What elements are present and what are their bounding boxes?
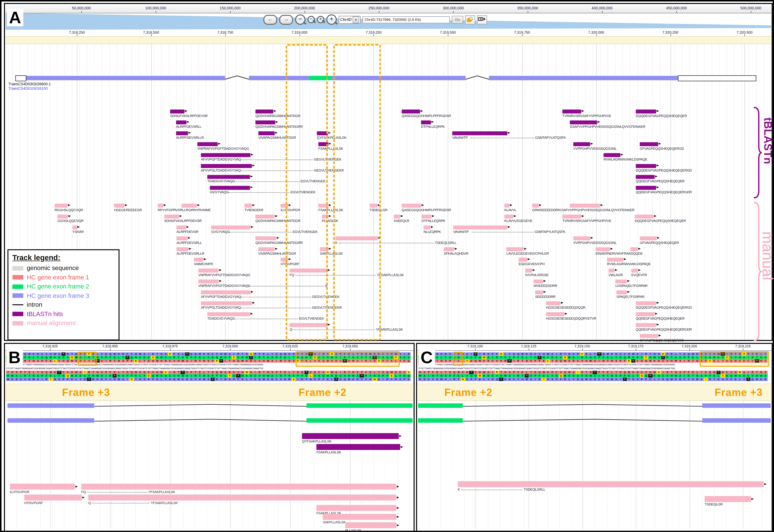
export-view-icon[interactable]	[477, 15, 487, 24]
tblastn-hit-bar[interactable]	[636, 164, 656, 168]
chevron-down-icon[interactable]: ▼	[353, 16, 359, 23]
gene-exon-green[interactable]	[418, 418, 463, 423]
tblastn-hit-bar[interactable]	[636, 186, 656, 190]
tblastn-hit-bar[interactable]	[636, 110, 656, 113]
manual-alignment-bar[interactable]	[705, 496, 751, 502]
manual-alignment-bar[interactable]	[323, 514, 396, 520]
gene-exon-green[interactable]	[306, 418, 412, 423]
manual-alignment-bar[interactable]	[504, 214, 513, 218]
manual-alignment-bar[interactable]	[519, 258, 527, 262]
tblastn-hit-bar[interactable]	[197, 142, 218, 146]
gene-utr-box[interactable]	[678, 75, 756, 81]
tblastn-hit-bar[interactable]	[201, 153, 251, 157]
gene-exon-blue[interactable]	[702, 418, 771, 423]
panel-a-ruler[interactable]: 7,318,2507,318,5007,318,7507,319,0007,31…	[5, 30, 771, 37]
manual-alignment-bar[interactable]	[596, 247, 610, 251]
zoom-in-small-icon[interactable]: +	[317, 16, 324, 23]
manual-alignment-bar[interactable]	[458, 481, 764, 487]
manual-alignment-bar[interactable]	[201, 301, 252, 305]
tblastn-hit-bar[interactable]	[636, 175, 655, 179]
manual-alignment-bar[interactable]	[181, 204, 197, 208]
go-button[interactable]: Go	[452, 16, 463, 24]
manual-alignment-bar[interactable]	[245, 204, 252, 208]
manual-alignment-bar[interactable]	[394, 214, 400, 218]
panel-ruler[interactable]: 7,318,9257,318,9507,318,9757,319,0007,31…	[5, 344, 414, 351]
tblastn-hit-bar[interactable]	[207, 175, 250, 179]
gene-exon-green[interactable]	[306, 403, 412, 408]
manual-alignment-bar[interactable]	[24, 494, 82, 500]
highlighter-icon[interactable]	[465, 15, 475, 24]
tblastn-hit-bar[interactable]	[452, 131, 507, 135]
manual-alignment-bar[interactable]	[573, 236, 590, 240]
tblastn-hit-bar[interactable]	[176, 120, 186, 124]
manual-alignment-bar[interactable]	[176, 236, 187, 240]
manual-alignment-bar[interactable]	[631, 269, 638, 273]
tblastn-hit-bar[interactable]	[259, 131, 275, 135]
manual-alignment-bar[interactable]	[636, 312, 655, 316]
manual-alignment-bar[interactable]	[176, 247, 188, 251]
manual-alignment-bar[interactable]	[422, 214, 431, 218]
manual-alignment-bar[interactable]	[453, 225, 507, 229]
manual-alignment-bar[interactable]	[72, 225, 77, 229]
manual-alignment-bar[interactable]	[345, 522, 396, 528]
gene-exon-frame3[interactable]	[489, 76, 678, 80]
manual-alignment-bar[interactable]	[58, 214, 68, 218]
manual-alignment-bar[interactable]	[532, 204, 538, 208]
chromosome-select[interactable]: Chr4D ▼	[339, 16, 361, 24]
tblastn-hit-bar[interactable]	[573, 142, 590, 146]
tblastn-hit-bar[interactable]	[604, 153, 621, 157]
manual-alignment-bar[interactable]	[506, 247, 524, 251]
manual-alignment-bar[interactable]	[640, 236, 657, 240]
zoom-out-small-icon[interactable]: −	[308, 16, 315, 23]
manual-alignment-bar[interactable]	[211, 225, 251, 229]
gene-exon-green[interactable]	[418, 403, 463, 408]
manual-alignment-bar[interactable]	[570, 204, 600, 208]
tblastn-hit-bar[interactable]	[256, 120, 275, 124]
tblastn-hit-bar[interactable]	[302, 433, 399, 439]
manual-alignment-bar[interactable]	[402, 204, 421, 208]
manual-alignment-bar[interactable]	[207, 312, 250, 316]
gene-name-link[interactable]: TraesCS4D01G016100	[8, 87, 48, 90]
manual-alignment-bar[interactable]	[636, 323, 656, 327]
manual-alignment-bar[interactable]	[259, 247, 275, 251]
tblastn-hit-bar[interactable]	[256, 110, 273, 113]
tblastn-hit-bar[interactable]	[210, 186, 250, 190]
gene-exon-blue[interactable]	[702, 403, 771, 408]
gene-name-label[interactable]: TraesCS4D03G026600.1	[8, 82, 51, 86]
manual-alignment-bar[interactable]	[199, 269, 219, 273]
manual-alignment-bar[interactable]	[535, 290, 543, 294]
manual-alignment-bar[interactable]	[201, 290, 251, 294]
manual-alignment-bar[interactable]	[562, 214, 581, 218]
manual-alignment-bar[interactable]	[164, 214, 179, 218]
manual-alignment-bar[interactable]	[617, 290, 627, 294]
tblastn-hit-bar[interactable]	[201, 164, 252, 168]
tblastn-hit-bar[interactable]	[562, 110, 581, 113]
back-button[interactable]: ←	[263, 15, 277, 25]
manual-alignment-bar[interactable]	[256, 214, 275, 218]
overview-ruler[interactable]: 50,000,000100,000,000150,000,000200,000,…	[5, 4, 771, 13]
manual-alignment-bar[interactable]	[199, 279, 219, 283]
tblastn-hit-bar[interactable]	[402, 110, 420, 113]
manual-alignment-bar[interactable]	[81, 484, 396, 490]
zoom-in-large-icon[interactable]: +	[326, 14, 337, 25]
tblastn-hit-bar[interactable]	[640, 142, 658, 146]
manual-alignment-bar[interactable]	[609, 269, 615, 273]
manual-alignment-bar[interactable]	[88, 494, 396, 500]
manual-alignment-bar[interactable]	[256, 236, 276, 240]
gene-exon-blue[interactable]	[7, 418, 94, 423]
manual-alignment-bar[interactable]	[616, 279, 627, 283]
manual-alignment-bar[interactable]	[157, 204, 163, 208]
location-input[interactable]	[363, 16, 450, 23]
manual-alignment-bar[interactable]	[194, 258, 203, 262]
manual-alignment-bar[interactable]	[423, 225, 430, 229]
gene-exon-blue[interactable]	[7, 403, 94, 408]
gene-utr-box[interactable]	[15, 75, 26, 81]
gene-exon-frame3[interactable]	[25, 76, 225, 80]
manual-alignment-bar[interactable]	[444, 247, 454, 251]
manual-alignment-bar[interactable]	[636, 301, 656, 305]
tblastn-hit-bar[interactable]	[316, 444, 400, 450]
manual-alignment-bar[interactable]	[55, 204, 67, 208]
tblastn-hit-bar[interactable]	[176, 131, 188, 135]
tblastn-hit-bar[interactable]	[170, 110, 184, 113]
tblastn-hit-bar[interactable]	[570, 120, 597, 124]
